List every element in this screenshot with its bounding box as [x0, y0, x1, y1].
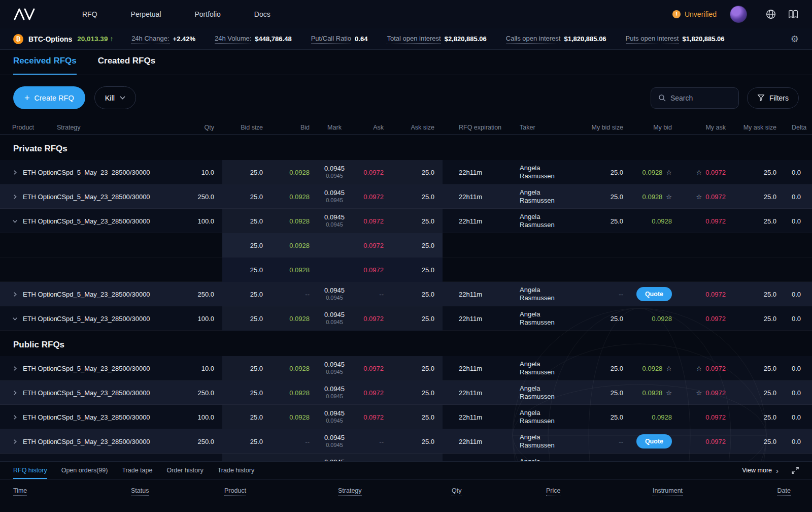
bottom-tab-order-history[interactable]: Order history [166, 462, 203, 479]
book-icon [788, 9, 799, 20]
table-cell: 0.09450.0945 [318, 380, 351, 405]
expand-panel-button[interactable] [792, 467, 799, 474]
column-header-bid: Bid [271, 124, 318, 131]
row-chevron-right-icon[interactable] [12, 194, 18, 200]
row-chevron-right-icon[interactable] [12, 390, 18, 396]
quote-button[interactable]: Quote [636, 434, 672, 449]
rfq-leg-row[interactable]: 25.00.09280.097225.0 [0, 233, 812, 258]
table-cell: 0.0928☆ [631, 160, 680, 184]
table-cell: CSpd_5_May_23_28500/30000 [57, 282, 193, 306]
table-cell: 0.09450.0945 [318, 184, 351, 209]
search-box[interactable] [651, 87, 739, 109]
tab-received-rfqs[interactable]: Received RFQs [13, 56, 77, 75]
favorite-star-icon[interactable]: ☆ [696, 193, 702, 201]
table-cell [680, 233, 734, 258]
favorite-star-icon[interactable]: ☆ [696, 169, 702, 176]
nav-item-docs[interactable]: Docs [254, 10, 270, 18]
bottom-tab-open-orders-99[interactable]: Open orders(99) [61, 462, 108, 479]
rfq-row[interactable]: ETH OptionCSpd_5_May_23_28500/30000250.0… [0, 184, 812, 209]
page-tabs: Received RFQsCreated RFQs [0, 50, 812, 75]
table-cell: 25.0 [392, 306, 443, 331]
column-header-ask-size: Ask size [392, 124, 443, 131]
row-chevron-right-icon[interactable] [12, 414, 18, 420]
table-cell: 0.09450.0945 [318, 209, 351, 233]
table-cell [499, 233, 574, 258]
table-cell: CSpd_5_May_23_28500/30000 [57, 429, 193, 454]
create-rfq-button[interactable]: + Create RFQ [13, 86, 85, 109]
row-chevron-down-icon[interactable] [12, 316, 18, 322]
table-cell: 0.0928 [271, 160, 318, 184]
favorite-star-icon[interactable]: ☆ [666, 389, 672, 397]
language-globe-button[interactable] [765, 9, 776, 20]
settings-gear-icon[interactable]: ⚙ [791, 34, 799, 45]
globe-icon [765, 9, 776, 20]
rfq-row[interactable]: ETH OptionCSpd_5_May_23_28500/3000010.02… [0, 356, 812, 380]
quote-button[interactable]: Quote [636, 287, 672, 301]
kill-dropdown-button[interactable]: Kill [94, 86, 136, 109]
favorite-star-icon[interactable]: ☆ [666, 169, 672, 176]
stat-label: Puts open interest [626, 35, 679, 44]
tab-created-rfqs[interactable]: Created RFQs [98, 56, 155, 75]
table-cell: 25.0 [392, 405, 443, 429]
column-header-my-ask-size: My ask size [734, 124, 785, 131]
table-cell: 100.0 [193, 209, 222, 233]
table-cell: 0.0972 [351, 209, 392, 233]
table-cell: 25.0 [574, 380, 631, 405]
rfq-row[interactable]: ETH OptionCSpd_5_May_23_28500/30000100.0… [0, 405, 812, 429]
row-chevron-right-icon[interactable] [12, 292, 18, 297]
aevo-logo-icon [13, 8, 36, 21]
docs-book-button[interactable] [788, 9, 799, 20]
table-cell: 0.0928☆ [631, 184, 680, 209]
filters-button[interactable]: Filters [747, 87, 799, 109]
user-avatar[interactable] [730, 6, 747, 23]
row-chevron-right-icon[interactable] [12, 170, 18, 175]
table-cell: 250.0 [193, 380, 222, 405]
table-cell: 22h11m [443, 405, 499, 429]
bottom-tab-rfq-history[interactable]: RFQ history [13, 462, 47, 479]
view-more-button[interactable]: View more› [742, 467, 779, 474]
favorite-star-icon[interactable]: ☆ [696, 389, 702, 397]
bottom-tab-trade-history[interactable]: Trade history [218, 462, 254, 479]
table-cell: 0.0928 [631, 405, 680, 429]
table-cell: 0.0928 [271, 356, 318, 380]
table-cell: ETH Option [0, 356, 57, 380]
table-cell: 25.0 [222, 405, 271, 429]
favorite-star-icon[interactable]: ☆ [696, 365, 702, 372]
column-header-qty: Qty [193, 124, 222, 131]
verification-status[interactable]: ! Unverified [672, 10, 717, 18]
table-cell: 0.0972 [680, 282, 734, 306]
nav-item-portfolio[interactable]: Portfolio [195, 10, 221, 18]
rfq-row[interactable]: ETH OptionCSpd_5_May_23_28500/30000250.0… [0, 282, 812, 306]
rfq-row[interactable]: ETH OptionCSpd_5_May_23_28500/3000010.02… [0, 160, 812, 184]
table-cell: 0.0 [785, 282, 812, 306]
rfq-leg-row[interactable]: 25.00.09280.097225.0 [0, 258, 812, 282]
rfq-row[interactable]: ETH OptionCSpd_5_May_23_28500/30000250.0… [0, 380, 812, 405]
bottom-column-price: Price [546, 487, 653, 494]
row-chevron-right-icon[interactable] [12, 366, 18, 371]
bottom-tab-trade-tape[interactable]: Trade tape [122, 462, 152, 479]
table-cell: 0.0 [785, 306, 812, 331]
rfq-row[interactable]: ETH OptionCSpd_5_May_23_28500/30000250.0… [0, 429, 812, 454]
table-cell: 0.0 [785, 160, 812, 184]
favorite-star-icon[interactable]: ☆ [666, 193, 672, 201]
nav-item-perpetual[interactable]: Perpetual [131, 10, 161, 18]
nav-item-rfq[interactable]: RFQ [82, 10, 97, 18]
rfq-row[interactable]: ETH OptionCSpd_5_May_23_28500/30000100.0… [0, 209, 812, 233]
section-title-public-rfqs: Public RFQs [0, 331, 812, 356]
strategy-label: CSpd_5_May_23_28500/30000 [57, 365, 150, 372]
rfq-row[interactable]: ETH OptionCSpd_5_May_23_28500/30000100.0… [0, 306, 812, 331]
column-header-rfq-expiration: RFQ expiration [443, 124, 499, 131]
favorite-star-icon[interactable]: ☆ [666, 365, 672, 372]
row-chevron-right-icon[interactable] [12, 439, 18, 444]
table-cell: 25.0 [392, 429, 443, 454]
table-cell: 25.0 [392, 380, 443, 405]
table-cell: ETH Option [0, 209, 57, 233]
table-cell: 22h11m [443, 160, 499, 184]
table-cell [631, 233, 680, 258]
brand-logo[interactable] [13, 8, 36, 21]
table-cell: CSpd_5_May_23_28500/30000 [57, 306, 193, 331]
row-chevron-down-icon[interactable] [12, 218, 18, 224]
chevron-right-icon: › [776, 467, 779, 474]
search-input[interactable] [670, 94, 726, 102]
market-selector[interactable]: ₿ BTC-Options 20,013.39↑ [13, 34, 113, 44]
